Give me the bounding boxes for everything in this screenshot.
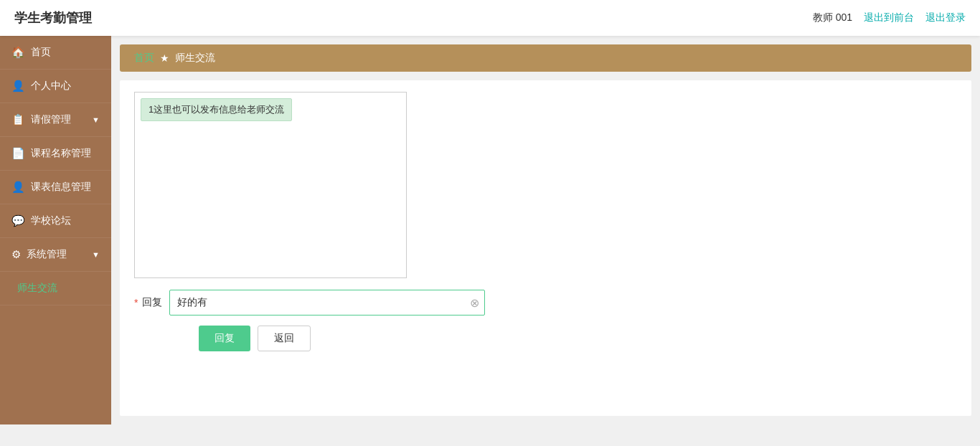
sidebar-item-label: 个人中心 xyxy=(31,80,71,92)
sidebar-item-label: 系统管理 xyxy=(27,248,67,261)
message-box[interactable]: 1这里也可以发布信息给老师交流 xyxy=(134,92,407,278)
reply-input-wrapper: ⊗ xyxy=(169,290,485,315)
content-area: 1这里也可以发布信息给老师交流 * 回复 ⊗ 回复 返回 xyxy=(120,80,971,416)
breadcrumb-home[interactable]: 首页 xyxy=(134,52,154,65)
sidebar-item-leave[interactable]: 📋 请假管理 ▼ xyxy=(0,103,111,137)
breadcrumb-separator: ★ xyxy=(160,52,169,64)
app-title: 学生考勤管理 xyxy=(14,9,92,27)
home-icon: 🏠 xyxy=(11,46,25,59)
document-icon: 📄 xyxy=(11,147,25,160)
back-button[interactable]: 返回 xyxy=(258,326,311,351)
sidebar-item-label: 课表信息管理 xyxy=(31,181,91,194)
breadcrumb: 首页 ★ 师生交流 xyxy=(120,44,971,72)
current-user: 教师 001 xyxy=(813,11,852,24)
reply-input[interactable] xyxy=(169,290,485,315)
submit-button[interactable]: 回复 xyxy=(199,326,250,351)
sidebar-item-label: 师生交流 xyxy=(17,282,57,295)
sidebar-item-forum[interactable]: 💬 学校论坛 xyxy=(0,204,111,238)
sidebar-item-personal[interactable]: 👤 个人中心 xyxy=(0,70,111,103)
gear-icon: ⚙ xyxy=(11,248,21,261)
reply-form-row: * 回复 ⊗ xyxy=(134,290,957,315)
clipboard-icon: 📋 xyxy=(11,113,25,126)
sidebar-item-label: 请假管理 xyxy=(31,113,71,126)
sidebar-item-course-name[interactable]: 📄 课程名称管理 xyxy=(0,137,111,171)
sidebar-item-label: 课程名称管理 xyxy=(31,147,91,160)
sidebar-item-teacher-chat[interactable]: 师生交流 xyxy=(0,272,111,305)
link-logout[interactable]: 退出登录 xyxy=(925,11,966,24)
breadcrumb-current: 师生交流 xyxy=(175,52,215,65)
sidebar: 🏠 首页 👤 个人中心 📋 请假管理 ▼ 📄 课程名称管理 👤 课表信息管理 💬… xyxy=(0,36,111,424)
message-item: 1这里也可以发布信息给老师交流 xyxy=(141,98,292,121)
sidebar-item-system[interactable]: ⚙ 系统管理 ▼ xyxy=(0,238,111,272)
link-frontend[interactable]: 退出到前台 xyxy=(864,11,914,24)
sidebar-item-label: 学校论坛 xyxy=(31,214,71,227)
header-right: 教师 001 退出到前台 退出登录 xyxy=(813,11,966,24)
required-star: * xyxy=(134,297,138,308)
buttons-row: 回复 返回 xyxy=(199,326,957,351)
sidebar-item-label: 首页 xyxy=(31,46,51,59)
sidebar-item-schedule[interactable]: 👤 课表信息管理 xyxy=(0,171,111,204)
header: 学生考勤管理 教师 001 退出到前台 退出登录 xyxy=(0,0,980,36)
reply-label: 回复 xyxy=(142,296,162,309)
main-content: 首页 ★ 师生交流 1这里也可以发布信息给老师交流 * 回复 ⊗ xyxy=(111,36,980,424)
sidebar-item-home[interactable]: 🏠 首页 xyxy=(0,36,111,70)
arrow-icon: ▼ xyxy=(92,115,100,124)
arrow-icon: ▼ xyxy=(92,250,100,259)
clear-icon[interactable]: ⊗ xyxy=(470,296,479,310)
forum-icon: 💬 xyxy=(11,214,25,227)
layout: 🏠 首页 👤 个人中心 📋 请假管理 ▼ 📄 课程名称管理 👤 课表信息管理 💬… xyxy=(0,36,980,424)
person-icon: 👤 xyxy=(11,80,25,92)
schedule-icon: 👤 xyxy=(11,181,25,194)
bottom-bar xyxy=(0,424,980,446)
